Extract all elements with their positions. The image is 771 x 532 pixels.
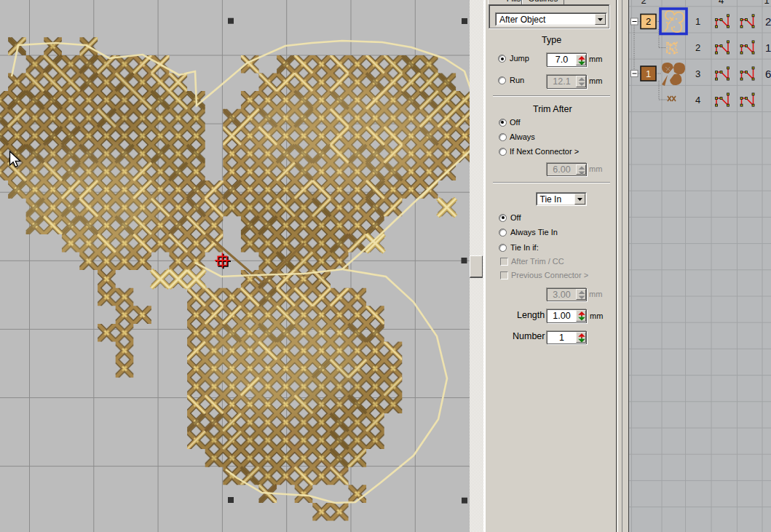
svg-text:2: 2 xyxy=(765,15,771,28)
svg-text:1: 1 xyxy=(646,68,651,79)
svg-text:1: 1 xyxy=(695,16,700,27)
svg-text:2: 2 xyxy=(646,16,651,27)
svg-text:3: 3 xyxy=(695,68,700,79)
svg-text:2: 2 xyxy=(695,42,700,53)
svg-text:1: 1 xyxy=(764,0,769,6)
svg-text:4: 4 xyxy=(719,0,724,6)
svg-text:1: 1 xyxy=(765,41,771,54)
svg-text:4: 4 xyxy=(695,95,700,106)
svg-text:6: 6 xyxy=(765,68,771,80)
svg-text:2: 2 xyxy=(641,0,646,6)
